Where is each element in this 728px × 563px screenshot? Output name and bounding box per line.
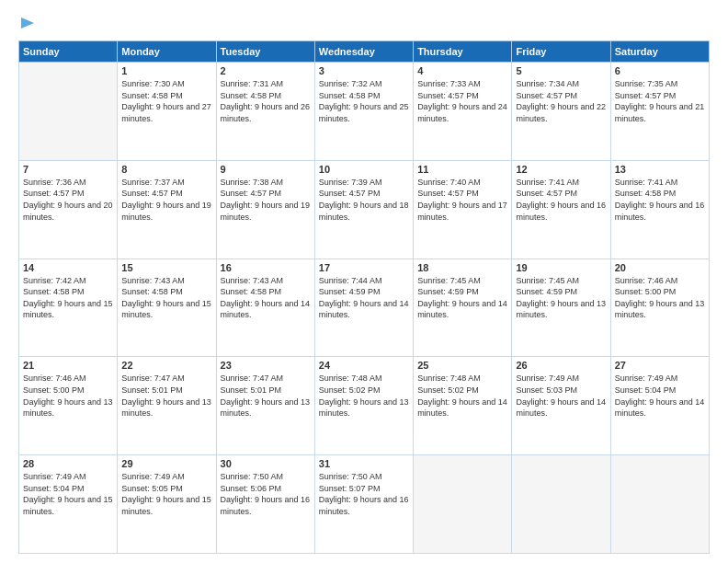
- calendar-cell: 2Sunrise: 7:31 AMSunset: 4:58 PMDaylight…: [216, 63, 314, 161]
- calendar-cell: 19Sunrise: 7:45 AMSunset: 4:59 PMDayligh…: [512, 259, 610, 357]
- day-number: 21: [23, 360, 113, 371]
- weekday-header-row: SundayMondayTuesdayWednesdayThursdayFrid…: [19, 41, 710, 63]
- day-number: 22: [121, 360, 211, 371]
- calendar-cell: [19, 63, 118, 161]
- day-number: 31: [319, 458, 409, 469]
- calendar-cell: 12Sunrise: 7:41 AMSunset: 4:57 PMDayligh…: [512, 160, 610, 259]
- weekday-header-sunday: Sunday: [19, 41, 118, 63]
- day-number: 18: [417, 262, 507, 273]
- day-info: Sunrise: 7:34 AMSunset: 4:57 PMDaylight:…: [516, 78, 606, 124]
- logo: [18, 17, 36, 31]
- calendar-cell: 23Sunrise: 7:47 AMSunset: 5:01 PMDayligh…: [216, 357, 314, 455]
- day-info: Sunrise: 7:48 AMSunset: 5:02 PMDaylight:…: [319, 373, 409, 419]
- day-number: 9: [221, 164, 311, 175]
- day-number: 1: [121, 65, 211, 76]
- day-info: Sunrise: 7:45 AMSunset: 4:59 PMDaylight:…: [516, 275, 606, 321]
- day-number: 27: [615, 360, 705, 371]
- day-info: Sunrise: 7:38 AMSunset: 4:57 PMDaylight:…: [221, 177, 311, 223]
- day-info: Sunrise: 7:47 AMSunset: 5:01 PMDaylight:…: [221, 373, 311, 419]
- calendar-cell: 31Sunrise: 7:50 AMSunset: 5:07 PMDayligh…: [314, 455, 413, 554]
- calendar-cell: 14Sunrise: 7:42 AMSunset: 4:58 PMDayligh…: [19, 259, 118, 357]
- day-info: Sunrise: 7:37 AMSunset: 4:57 PMDaylight:…: [121, 177, 211, 223]
- day-info: Sunrise: 7:35 AMSunset: 4:57 PMDaylight:…: [615, 78, 705, 124]
- calendar-cell: 30Sunrise: 7:50 AMSunset: 5:06 PMDayligh…: [216, 455, 314, 554]
- calendar-cell: 28Sunrise: 7:49 AMSunset: 5:04 PMDayligh…: [19, 455, 118, 554]
- calendar-cell: 7Sunrise: 7:36 AMSunset: 4:57 PMDaylight…: [19, 160, 118, 259]
- day-number: 16: [221, 262, 311, 273]
- day-info: Sunrise: 7:41 AMSunset: 4:57 PMDaylight:…: [516, 177, 606, 223]
- day-info: Sunrise: 7:40 AMSunset: 4:57 PMDaylight:…: [417, 177, 507, 223]
- day-number: 14: [23, 262, 113, 273]
- day-number: 12: [516, 164, 606, 175]
- day-number: 10: [319, 164, 409, 175]
- calendar-week-5: 28Sunrise: 7:49 AMSunset: 5:04 PMDayligh…: [19, 455, 710, 554]
- svg-marker-0: [21, 17, 34, 29]
- weekday-header-monday: Monday: [118, 41, 216, 63]
- calendar-cell: [610, 455, 709, 554]
- day-info: Sunrise: 7:31 AMSunset: 4:58 PMDaylight:…: [221, 78, 311, 124]
- header: [18, 17, 710, 31]
- day-info: Sunrise: 7:49 AMSunset: 5:04 PMDaylight:…: [615, 373, 705, 419]
- day-info: Sunrise: 7:49 AMSunset: 5:04 PMDaylight:…: [23, 471, 113, 517]
- day-number: 7: [23, 164, 113, 175]
- calendar-cell: 3Sunrise: 7:32 AMSunset: 4:58 PMDaylight…: [314, 63, 413, 161]
- calendar-cell: 17Sunrise: 7:44 AMSunset: 4:59 PMDayligh…: [314, 259, 413, 357]
- calendar-cell: 18Sunrise: 7:45 AMSunset: 4:59 PMDayligh…: [414, 259, 512, 357]
- calendar-week-2: 7Sunrise: 7:36 AMSunset: 4:57 PMDaylight…: [19, 160, 710, 259]
- day-info: Sunrise: 7:41 AMSunset: 4:58 PMDaylight:…: [615, 177, 705, 223]
- day-number: 20: [615, 262, 705, 273]
- day-info: Sunrise: 7:32 AMSunset: 4:58 PMDaylight:…: [319, 78, 409, 124]
- day-number: 24: [319, 360, 409, 371]
- calendar-cell: 25Sunrise: 7:48 AMSunset: 5:02 PMDayligh…: [414, 357, 512, 455]
- logo-arrow-icon: [19, 15, 36, 31]
- day-info: Sunrise: 7:44 AMSunset: 4:59 PMDaylight:…: [319, 275, 409, 321]
- day-number: 3: [319, 65, 409, 76]
- calendar-cell: 20Sunrise: 7:46 AMSunset: 5:00 PMDayligh…: [610, 259, 709, 357]
- day-info: Sunrise: 7:33 AMSunset: 4:57 PMDaylight:…: [417, 78, 507, 124]
- day-number: 17: [319, 262, 409, 273]
- day-info: Sunrise: 7:48 AMSunset: 5:02 PMDaylight:…: [417, 373, 507, 419]
- calendar-cell: 6Sunrise: 7:35 AMSunset: 4:57 PMDaylight…: [610, 63, 709, 161]
- day-number: 13: [615, 164, 705, 175]
- calendar-cell: 26Sunrise: 7:49 AMSunset: 5:03 PMDayligh…: [512, 357, 610, 455]
- weekday-header-thursday: Thursday: [414, 41, 512, 63]
- calendar-cell: 10Sunrise: 7:39 AMSunset: 4:57 PMDayligh…: [314, 160, 413, 259]
- calendar-cell: 1Sunrise: 7:30 AMSunset: 4:58 PMDaylight…: [118, 63, 216, 161]
- day-info: Sunrise: 7:49 AMSunset: 5:03 PMDaylight:…: [516, 373, 606, 419]
- calendar-cell: 5Sunrise: 7:34 AMSunset: 4:57 PMDaylight…: [512, 63, 610, 161]
- calendar-cell: 21Sunrise: 7:46 AMSunset: 5:00 PMDayligh…: [19, 357, 118, 455]
- calendar-cell: 13Sunrise: 7:41 AMSunset: 4:58 PMDayligh…: [610, 160, 709, 259]
- page: SundayMondayTuesdayWednesdayThursdayFrid…: [0, 0, 728, 563]
- calendar-cell: 22Sunrise: 7:47 AMSunset: 5:01 PMDayligh…: [118, 357, 216, 455]
- day-number: 29: [121, 458, 211, 469]
- calendar-week-3: 14Sunrise: 7:42 AMSunset: 4:58 PMDayligh…: [19, 259, 710, 357]
- day-number: 8: [121, 164, 211, 175]
- day-number: 30: [221, 458, 311, 469]
- day-info: Sunrise: 7:42 AMSunset: 4:58 PMDaylight:…: [23, 275, 113, 321]
- day-info: Sunrise: 7:49 AMSunset: 5:05 PMDaylight:…: [121, 471, 211, 517]
- day-number: 28: [23, 458, 113, 469]
- weekday-header-tuesday: Tuesday: [216, 41, 314, 63]
- day-number: 5: [516, 65, 606, 76]
- calendar-week-4: 21Sunrise: 7:46 AMSunset: 5:00 PMDayligh…: [19, 357, 710, 455]
- day-number: 4: [417, 65, 507, 76]
- weekday-header-wednesday: Wednesday: [314, 41, 413, 63]
- calendar-cell: 27Sunrise: 7:49 AMSunset: 5:04 PMDayligh…: [610, 357, 709, 455]
- day-number: 25: [417, 360, 507, 371]
- day-number: 6: [615, 65, 705, 76]
- day-info: Sunrise: 7:50 AMSunset: 5:07 PMDaylight:…: [319, 471, 409, 517]
- day-number: 23: [221, 360, 311, 371]
- day-info: Sunrise: 7:45 AMSunset: 4:59 PMDaylight:…: [417, 275, 507, 321]
- day-info: Sunrise: 7:30 AMSunset: 4:58 PMDaylight:…: [121, 78, 211, 124]
- day-number: 11: [417, 164, 507, 175]
- day-info: Sunrise: 7:46 AMSunset: 5:00 PMDaylight:…: [615, 275, 705, 321]
- day-number: 15: [121, 262, 211, 273]
- day-info: Sunrise: 7:36 AMSunset: 4:57 PMDaylight:…: [23, 177, 113, 223]
- day-info: Sunrise: 7:47 AMSunset: 5:01 PMDaylight:…: [121, 373, 211, 419]
- day-number: 2: [221, 65, 311, 76]
- calendar-cell: [512, 455, 610, 554]
- calendar-cell: 8Sunrise: 7:37 AMSunset: 4:57 PMDaylight…: [118, 160, 216, 259]
- calendar-cell: 16Sunrise: 7:43 AMSunset: 4:58 PMDayligh…: [216, 259, 314, 357]
- day-info: Sunrise: 7:43 AMSunset: 4:58 PMDaylight:…: [121, 275, 211, 321]
- day-info: Sunrise: 7:50 AMSunset: 5:06 PMDaylight:…: [221, 471, 311, 517]
